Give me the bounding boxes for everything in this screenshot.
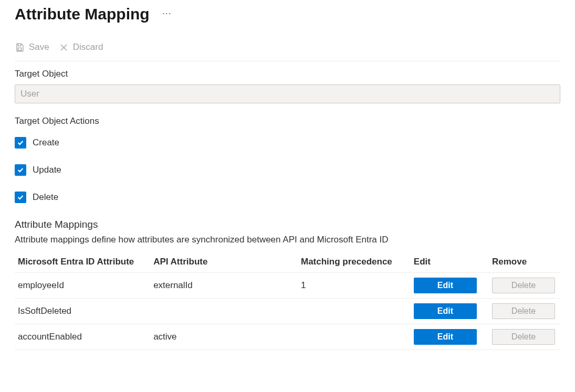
edit-button[interactable]: Edit (414, 303, 477, 319)
edit-button[interactable]: Edit (414, 329, 477, 345)
col-entra: Microsoft Entra ID Attribute (15, 251, 153, 273)
cell-remove: Delete (492, 273, 560, 299)
checkbox-label: Update (33, 165, 61, 175)
cell-api: externalId (153, 273, 301, 299)
table-row: accountEnabledactiveEditDelete (15, 324, 560, 350)
mappings-heading: Attribute Mappings (15, 219, 560, 230)
delete-button[interactable]: Delete (492, 329, 555, 345)
check-icon (17, 166, 24, 174)
check-icon (17, 139, 24, 146)
cell-edit: Edit (414, 273, 492, 299)
cell-api: active (153, 324, 301, 350)
checkbox-label: Delete (33, 192, 58, 203)
svg-rect-0 (18, 48, 21, 50)
col-precedence: Matching precedence (301, 251, 414, 273)
action-row: Update (15, 164, 560, 176)
table-row: IsSoftDeletedEditDelete (15, 299, 560, 324)
cell-entra: employeeId (15, 273, 153, 299)
delete-button[interactable]: Delete (492, 303, 555, 319)
cell-precedence: 1 (301, 273, 414, 299)
save-button[interactable]: Save (15, 42, 49, 52)
target-object-label: Target Object (15, 69, 560, 79)
cell-remove: Delete (492, 299, 560, 324)
mappings-table: Microsoft Entra ID Attribute API Attribu… (15, 251, 560, 350)
target-actions-label: Target Object Actions (15, 116, 560, 126)
mappings-description: Attribute mappings define how attributes… (15, 235, 560, 245)
action-row: Delete (15, 192, 560, 203)
table-row: employeeIdexternalId1EditDelete (15, 273, 560, 299)
checkbox-label: Create (33, 137, 59, 148)
cell-edit: Edit (414, 299, 492, 324)
save-label: Save (29, 42, 49, 52)
cell-api (153, 299, 301, 324)
checkbox-update[interactable] (15, 164, 26, 176)
cell-entra: accountEnabled (15, 324, 153, 350)
col-edit: Edit (414, 251, 492, 273)
col-remove: Remove (492, 251, 560, 273)
edit-button[interactable]: Edit (414, 278, 477, 293)
discard-label: Discard (73, 42, 103, 52)
close-icon (59, 43, 69, 52)
col-api: API Attribute (153, 251, 301, 273)
checkbox-create[interactable] (15, 137, 26, 149)
cell-remove: Delete (492, 324, 560, 350)
cell-precedence (301, 324, 414, 350)
page-title: Attribute Mapping (15, 5, 150, 23)
cell-precedence (301, 299, 414, 324)
toolbar: Save Discard (15, 42, 560, 61)
more-icon[interactable]: ··· (162, 8, 172, 21)
save-icon (15, 43, 25, 52)
cell-edit: Edit (414, 324, 492, 350)
discard-button[interactable]: Discard (59, 42, 103, 52)
cell-entra: IsSoftDeleted (15, 299, 153, 324)
target-object-input[interactable] (15, 84, 560, 103)
action-row: Create (15, 137, 560, 149)
check-icon (17, 194, 24, 201)
checkbox-delete[interactable] (15, 192, 26, 203)
delete-button[interactable]: Delete (492, 278, 555, 293)
